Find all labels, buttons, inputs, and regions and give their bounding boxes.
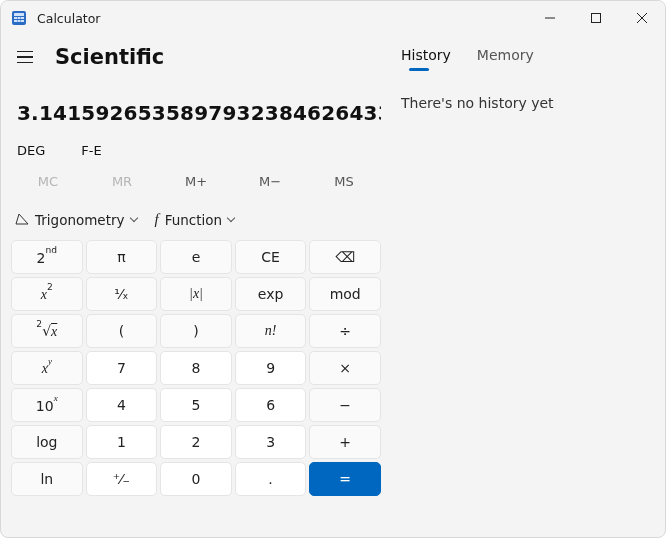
history-empty-text: There's no history yet xyxy=(401,77,647,111)
multiply-button[interactable]: × xyxy=(309,351,381,385)
memory-plus-button[interactable]: M+ xyxy=(159,168,233,195)
function-label: Function xyxy=(165,212,222,228)
close-button[interactable] xyxy=(619,1,665,35)
digit-1-button[interactable]: 1 xyxy=(86,425,158,459)
right-pane: History Memory There's no history yet xyxy=(391,35,665,537)
memory-store-button[interactable]: MS xyxy=(307,168,381,195)
subtract-button[interactable]: − xyxy=(309,388,381,422)
calculator-window: Calculator Scientific 3.1415926535897932… xyxy=(0,0,666,538)
chevron-down-icon xyxy=(227,214,235,222)
svg-rect-1 xyxy=(14,13,24,16)
digit-2-button[interactable]: 2 xyxy=(160,425,232,459)
memory-clear-button[interactable]: MC xyxy=(11,168,85,195)
digit-8-button[interactable]: 8 xyxy=(160,351,232,385)
digit-6-button[interactable]: 6 xyxy=(235,388,307,422)
open-paren-button[interactable]: ( xyxy=(86,314,158,348)
svg-rect-6 xyxy=(18,20,21,22)
clear-entry-button[interactable]: CE xyxy=(235,240,307,274)
chevron-down-icon xyxy=(129,214,137,222)
fe-button[interactable]: F-E xyxy=(81,143,101,158)
memory-recall-button[interactable]: MR xyxy=(85,168,159,195)
tab-memory[interactable]: Memory xyxy=(477,47,534,69)
second-button[interactable]: 2nd xyxy=(11,240,83,274)
app-title: Calculator xyxy=(37,11,100,26)
trigonometry-label: Trigonometry xyxy=(35,212,125,228)
ten-power-button[interactable]: 10x xyxy=(11,388,83,422)
digit-3-button[interactable]: 3 xyxy=(235,425,307,459)
calculator-icon xyxy=(11,10,27,26)
svg-rect-2 xyxy=(14,17,17,19)
body: Scientific 3.141592653589793238462643383… xyxy=(1,35,665,537)
equals-button[interactable]: = xyxy=(309,462,381,496)
abs-button[interactable]: |x| xyxy=(160,277,232,311)
function-dropdown[interactable]: f Function xyxy=(155,211,235,228)
root-button[interactable]: 2√x xyxy=(11,314,83,348)
svg-rect-5 xyxy=(14,20,17,22)
digit-5-button[interactable]: 5 xyxy=(160,388,232,422)
svg-rect-9 xyxy=(592,14,601,23)
mod-button[interactable]: mod xyxy=(309,277,381,311)
mode-title: Scientific xyxy=(55,45,164,69)
angle-row: DEG F-E xyxy=(11,135,381,158)
factorial-button[interactable]: n! xyxy=(235,314,307,348)
tab-history[interactable]: History xyxy=(401,47,451,69)
memory-minus-button[interactable]: M− xyxy=(233,168,307,195)
digit-0-button[interactable]: 0 xyxy=(160,462,232,496)
angle-deg-button[interactable]: DEG xyxy=(17,143,45,158)
minimize-button[interactable] xyxy=(527,1,573,35)
memory-row: MC MR M+ M− MS xyxy=(11,158,381,201)
svg-rect-3 xyxy=(18,17,21,19)
add-button[interactable]: + xyxy=(309,425,381,459)
header-row: Scientific xyxy=(11,35,381,79)
digit-9-button[interactable]: 9 xyxy=(235,351,307,385)
square-button[interactable]: x2 xyxy=(11,277,83,311)
pi-button[interactable]: π xyxy=(86,240,158,274)
menu-icon[interactable] xyxy=(17,51,41,64)
maximize-button[interactable] xyxy=(573,1,619,35)
power-button[interactable]: xy xyxy=(11,351,83,385)
svg-rect-7 xyxy=(21,20,24,22)
function-row: Trigonometry f Function xyxy=(11,201,381,236)
display-output: 3.1415926535897932384626433832795 xyxy=(11,79,381,135)
log-button[interactable]: log xyxy=(11,425,83,459)
titlebar: Calculator xyxy=(1,1,665,35)
digit-4-button[interactable]: 4 xyxy=(86,388,158,422)
function-icon: f xyxy=(155,211,159,228)
digit-7-button[interactable]: 7 xyxy=(86,351,158,385)
reciprocal-button[interactable]: ¹⁄ₓ xyxy=(86,277,158,311)
ln-button[interactable]: ln xyxy=(11,462,83,496)
left-pane: Scientific 3.141592653589793238462643383… xyxy=(1,35,391,537)
svg-rect-4 xyxy=(21,17,24,19)
backspace-icon: ⌫ xyxy=(335,249,355,265)
close-paren-button[interactable]: ) xyxy=(160,314,232,348)
tabs: History Memory xyxy=(401,47,647,69)
negate-button[interactable]: ⁺⁄₋ xyxy=(86,462,158,496)
decimal-button[interactable]: . xyxy=(235,462,307,496)
backspace-button[interactable]: ⌫ xyxy=(309,240,381,274)
window-controls xyxy=(527,1,665,35)
trigonometry-dropdown[interactable]: Trigonometry xyxy=(15,212,137,228)
divide-button[interactable]: ÷ xyxy=(309,314,381,348)
angle-icon xyxy=(15,212,29,228)
e-button[interactable]: e xyxy=(160,240,232,274)
exp-button[interactable]: exp xyxy=(235,277,307,311)
keypad: 2nd π e CE ⌫ x2 ¹⁄ₓ |x| exp mod 2√x ( ) … xyxy=(11,236,381,496)
